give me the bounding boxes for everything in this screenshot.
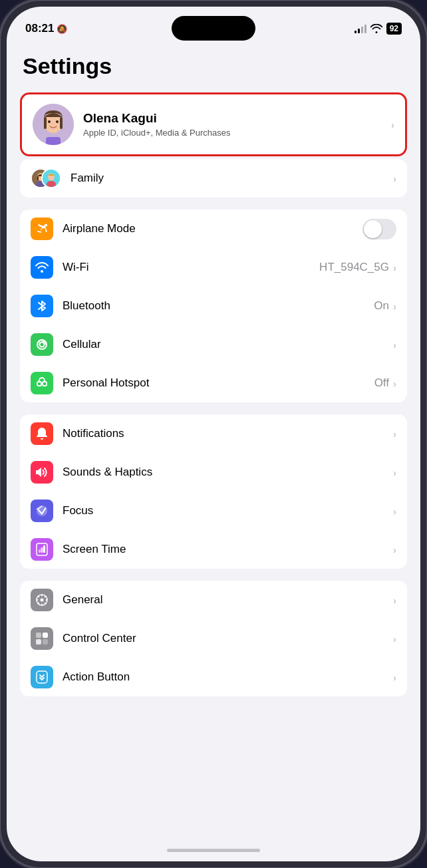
focus-row[interactable]: Focus › <box>20 492 407 530</box>
action-button-icon-wrapper <box>31 666 53 688</box>
connectivity-group: Airplane Mode Wi-Fi HT_59 <box>20 210 407 402</box>
notifications-label: Notifications <box>63 427 393 440</box>
general-group: General › Control Center › <box>20 581 407 696</box>
sounds-icon-wrapper <box>31 461 53 484</box>
profile-name: Olena Kagui <box>83 111 391 126</box>
svg-point-17 <box>40 343 45 347</box>
cellular-label: Cellular <box>63 338 393 351</box>
wifi-row[interactable]: Wi-Fi HT_594C_5G › <box>20 248 407 287</box>
hotspot-icon-wrapper <box>31 372 53 394</box>
svg-point-25 <box>41 599 44 602</box>
control-center-chevron: › <box>393 633 396 645</box>
focus-chevron: › <box>393 506 396 517</box>
bluetooth-value: On <box>374 299 389 313</box>
svg-point-4 <box>48 120 51 123</box>
svg-point-5 <box>56 120 59 123</box>
phone-frame: 08:21 🔕 92 <box>0 0 427 868</box>
sounds-label: Sounds & Haptics <box>63 466 393 479</box>
screentime-label: Screen Time <box>63 543 393 556</box>
phone-screen: 08:21 🔕 92 <box>7 7 420 861</box>
cellular-chevron: › <box>393 339 396 351</box>
notifications-row[interactable]: Notifications › <box>20 414 407 453</box>
home-indicator <box>167 849 260 852</box>
profile-subtitle: Apple ID, iCloud+, Media & Purchases <box>83 128 391 138</box>
signal-bar-3 <box>361 27 363 33</box>
profile-row[interactable]: Olena Kagui Apple ID, iCloud+, Media & P… <box>20 92 407 156</box>
bluetooth-chevron: › <box>393 301 396 312</box>
profile-chevron: › <box>391 119 394 130</box>
family-avatar-2 <box>41 168 61 188</box>
svg-rect-19 <box>43 382 47 386</box>
action-button-row[interactable]: Action Button › <box>20 658 407 696</box>
general-icon-wrapper <box>31 589 53 611</box>
cellular-row[interactable]: Cellular › <box>20 325 407 364</box>
family-avatars <box>31 167 61 190</box>
svg-rect-22 <box>41 547 43 553</box>
wifi-label: Wi-Fi <box>63 261 319 274</box>
focus-icon-wrapper <box>31 500 53 522</box>
hotspot-label: Personal Hotspot <box>63 376 374 390</box>
signal-bar-2 <box>358 29 360 33</box>
bluetooth-label: Bluetooth <box>63 299 374 313</box>
hotspot-chevron: › <box>393 378 396 389</box>
hotspot-row[interactable]: Personal Hotspot Off › <box>20 364 407 402</box>
svg-rect-3 <box>60 117 63 129</box>
general-label: General <box>63 593 393 607</box>
svg-rect-28 <box>36 639 41 645</box>
screentime-row[interactable]: Screen Time › <box>20 530 407 569</box>
screentime-chevron: › <box>393 544 396 555</box>
status-right: 92 <box>355 23 402 35</box>
family-label: Family <box>71 172 393 185</box>
svg-rect-29 <box>43 639 48 645</box>
control-center-icon-wrapper <box>31 627 53 650</box>
notifications-group: Notifications › Sounds & Haptics › <box>20 414 407 569</box>
general-chevron: › <box>393 595 396 606</box>
time-display: 08:21 <box>25 22 54 35</box>
action-button-chevron: › <box>393 672 396 683</box>
sounds-chevron: › <box>393 467 396 478</box>
airplane-mode-icon <box>31 217 53 240</box>
bluetooth-icon-wrapper <box>31 295 53 317</box>
bluetooth-row[interactable]: Bluetooth On › <box>20 287 407 325</box>
cellular-icon-wrapper <box>31 333 53 356</box>
svg-rect-6 <box>46 137 61 145</box>
svg-rect-18 <box>37 382 41 386</box>
hotspot-value: Off <box>374 376 389 390</box>
family-chevron: › <box>393 173 396 184</box>
wifi-chevron: › <box>393 262 396 273</box>
mute-icon: 🔕 <box>57 24 67 34</box>
notifications-chevron: › <box>393 428 396 440</box>
battery-indicator: 92 <box>386 23 402 35</box>
profile-info: Olena Kagui Apple ID, iCloud+, Media & P… <box>83 111 391 138</box>
svg-rect-9 <box>37 176 39 180</box>
control-center-label: Control Center <box>63 632 393 645</box>
avatar <box>33 104 74 145</box>
action-button-label: Action Button <box>63 670 393 684</box>
signal-bar-4 <box>364 25 366 33</box>
svg-point-16 <box>37 340 47 349</box>
notifications-icon-wrapper <box>31 422 53 445</box>
svg-point-15 <box>41 270 43 273</box>
family-row[interactable]: Family › <box>20 159 407 198</box>
svg-rect-27 <box>43 633 48 638</box>
general-row[interactable]: General › <box>20 581 407 619</box>
family-group: Family › <box>20 159 407 198</box>
wifi-status-icon <box>370 24 382 33</box>
svg-rect-23 <box>43 545 45 553</box>
toggle-knob <box>364 220 382 238</box>
airplane-mode-toggle[interactable] <box>362 219 396 239</box>
sounds-row[interactable]: Sounds & Haptics › <box>20 453 407 492</box>
wifi-icon-wrapper <box>31 256 53 279</box>
focus-label: Focus <box>63 504 393 517</box>
svg-rect-26 <box>36 633 41 638</box>
wifi-value: HT_594C_5G <box>319 261 389 274</box>
airplane-mode-row[interactable]: Airplane Mode <box>20 210 407 248</box>
svg-rect-21 <box>39 549 41 553</box>
screentime-icon-wrapper <box>31 538 53 561</box>
battery-level: 92 <box>390 24 398 33</box>
signal-bar-1 <box>355 31 356 33</box>
settings-content[interactable]: Settings <box>7 45 420 861</box>
status-time: 08:21 🔕 <box>25 22 67 35</box>
control-center-row[interactable]: Control Center › <box>20 619 407 658</box>
airplane-mode-label: Airplane Mode <box>63 222 362 235</box>
